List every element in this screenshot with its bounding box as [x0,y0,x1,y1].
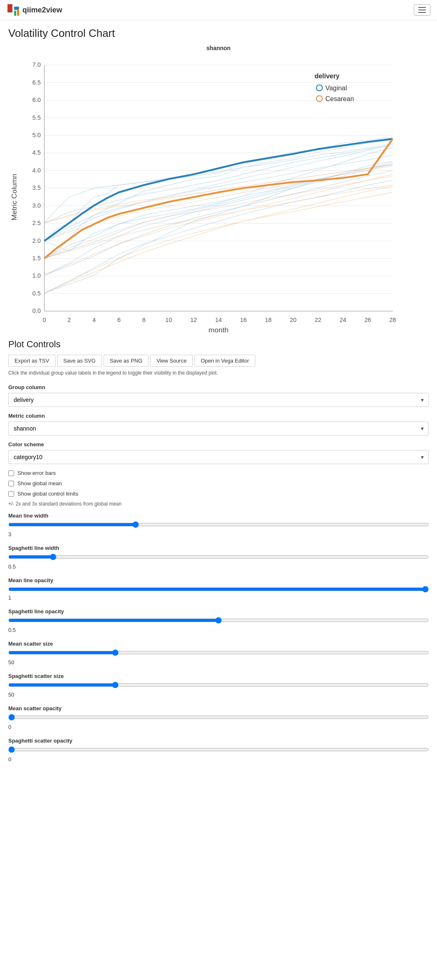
show-global-control-limits-row: Show global control limits [8,491,429,497]
mean-scatter-opacity-label: Mean scatter opacity [8,705,429,711]
svg-text:26: 26 [364,317,371,323]
group-column-select-wrap: delivery [8,393,429,407]
svg-text:Cesarean: Cesarean [325,95,354,102]
main-content: Volatility Control Chart shannon Metric … [0,20,437,777]
svg-text:0: 0 [43,317,46,323]
svg-text:1.5: 1.5 [32,255,41,261]
plot-controls-heading: Plot Controls [8,339,429,350]
svg-text:16: 16 [240,317,247,323]
menu-bar-1 [418,7,426,8]
save-svg-button[interactable]: Save as SVG [57,355,102,367]
mean-line-width-slider[interactable] [8,521,429,528]
spaghetti-line-opacity-section: Spaghetti line opacity 0.5 [8,608,429,633]
spaghetti-scatter-opacity-label: Spaghetti scatter opacity [8,738,429,744]
svg-text:2.5: 2.5 [32,220,41,226]
mean-line-width-value: 3 [8,531,11,537]
metric-column-select-wrap: shannon [8,421,429,436]
spaghetti-scatter-size-slider-wrap [8,682,429,690]
svg-text:1.0: 1.0 [32,272,41,279]
svg-text:6: 6 [117,317,121,323]
group-column-label: Group column [8,384,429,390]
mean-line-width-slider-wrap [8,521,429,529]
show-error-bars-label: Show error bars [17,470,56,476]
mean-line-width-label: Mean line width [8,513,429,519]
color-scheme-select[interactable]: category10 [8,450,429,464]
svg-text:24: 24 [340,317,346,323]
svg-rect-3 [17,9,19,16]
show-global-mean-label: Show global mean [17,480,62,486]
mean-scatter-opacity-slider[interactable] [8,714,429,721]
mean-scatter-size-section: Mean scatter size 50 [8,641,429,665]
svg-text:2: 2 [68,317,71,323]
svg-text:3.0: 3.0 [32,202,41,209]
spaghetti-line-opacity-label: Spaghetti line opacity [8,608,429,615]
mean-line-opacity-section: Mean line opacity 1 [8,577,429,601]
svg-text:22: 22 [315,317,321,323]
svg-text:6.0: 6.0 [32,97,41,103]
color-scheme-section: Color scheme category10 [8,441,429,464]
mean-scatter-size-label: Mean scatter size [8,641,429,647]
mean-line-opacity-slider-wrap [8,586,429,593]
legend-hint: Click the individual group value labels … [8,370,429,376]
spaghetti-line-opacity-slider[interactable] [8,617,429,624]
menu-bar-3 [418,12,426,13]
svg-text:0.5: 0.5 [32,290,41,297]
mean-scatter-size-slider[interactable] [8,649,429,656]
svg-text:14: 14 [215,317,222,323]
page-title: Volatility Control Chart [8,27,429,40]
spaghetti-line-width-slider[interactable] [8,554,429,560]
y-axis-label: Metric Column [10,174,18,220]
svg-text:18: 18 [265,317,272,323]
svg-text:5.0: 5.0 [32,132,41,138]
menu-toggle-button[interactable] [414,4,430,16]
brand: qiime2view [7,3,62,17]
mean-line-opacity-label: Mean line opacity [8,577,429,583]
export-tsv-button[interactable]: Export as TSV [8,355,56,367]
metric-column-select[interactable]: shannon [8,421,429,436]
spaghetti-scatter-size-slider[interactable] [8,682,429,688]
svg-text:Vaginal: Vaginal [325,85,347,92]
spaghetti-scatter-size-section: Spaghetti scatter size 50 [8,673,429,698]
metric-column-label: Metric column [8,413,429,419]
svg-text:28: 28 [389,317,396,323]
svg-rect-2 [14,11,16,16]
spaghetti-scatter-opacity-slider[interactable] [8,746,429,753]
spaghetti-line-opacity-slider-wrap [8,617,429,625]
group-column-select[interactable]: delivery [8,393,429,407]
mean-line-opacity-value: 1 [8,595,11,601]
show-global-mean-checkbox[interactable] [8,481,14,486]
svg-text:8: 8 [142,317,146,323]
open-vega-editor-button[interactable]: Open in Vega Editor [194,355,255,367]
svg-text:10: 10 [165,317,172,323]
svg-point-53 [316,85,322,91]
mean-scatter-opacity-section: Mean scatter opacity 0 [8,705,429,730]
show-error-bars-checkbox[interactable] [8,470,14,476]
svg-text:4.0: 4.0 [32,167,41,174]
plot-area: 0.0 0.5 1.0 1.5 2.0 2.5 3.0 3.5 4.0 4.5 … [32,61,396,334]
save-png-button[interactable]: Save as PNG [104,355,149,367]
global-control-hint: +/- 2x and 3x standard deviations from g… [8,501,429,507]
show-global-control-limits-checkbox[interactable] [8,491,14,497]
mean-scatter-size-value: 50 [8,659,14,665]
svg-point-55 [316,96,322,102]
spaghetti-scatter-opacity-slider-wrap [8,746,429,754]
show-error-bars-row: Show error bars [8,470,429,476]
group-column-section: Group column delivery [8,384,429,407]
svg-text:20: 20 [290,317,296,323]
mean-line-width-section: Mean line width 3 [8,513,429,537]
svg-text:5.5: 5.5 [32,114,41,121]
mean-line-opacity-slider[interactable] [8,586,429,593]
show-global-mean-row: Show global mean [8,480,429,486]
spaghetti-scatter-opacity-value: 0 [8,756,11,762]
svg-text:0.0: 0.0 [32,307,41,314]
chart-legend: delivery Vaginal Cesarean [315,73,354,102]
svg-text:4: 4 [92,317,96,323]
spaghetti-scatter-opacity-section: Spaghetti scatter opacity 0 [8,738,429,762]
metric-column-section: Metric column shannon [8,413,429,436]
mean-scatter-size-slider-wrap [8,649,429,657]
mean-scatter-opacity-value: 0 [8,724,11,730]
svg-text:delivery: delivery [315,73,340,80]
view-source-button[interactable]: View Source [150,355,193,367]
spaghetti-line-opacity-value: 0.5 [8,627,16,633]
spaghetti-line-width-slider-wrap [8,554,429,561]
